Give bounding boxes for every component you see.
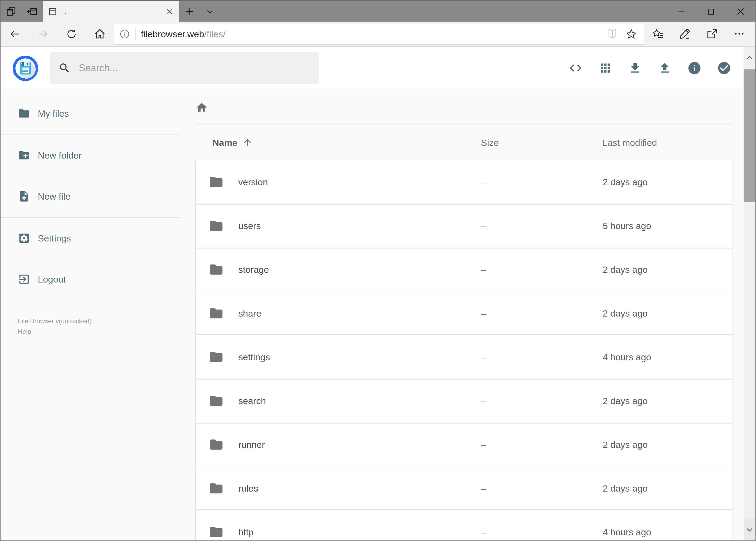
file-size: – (481, 439, 603, 450)
app-version-link[interactable]: File Browser v(untracked) (18, 316, 189, 326)
folder-icon (209, 306, 224, 321)
sidebar-footer: File Browser v(untracked) Help (1, 316, 189, 337)
tab-favicon-icon (48, 6, 58, 17)
refresh-icon (66, 28, 77, 40)
folder-icon (209, 218, 224, 234)
file-row[interactable]: search – 2 days ago (195, 379, 733, 422)
minimize-button[interactable] (666, 1, 696, 22)
search-input[interactable] (79, 62, 311, 74)
sidebar-item-logout[interactable]: Logout (1, 266, 189, 293)
file-row[interactable]: http – 4 hours ago (195, 511, 733, 541)
listing-rows: version – 2 days ago users – 5 hours ago… (195, 161, 733, 541)
file-row[interactable]: storage – 2 days ago (195, 248, 733, 291)
column-header-modified[interactable]: Last modified (603, 138, 733, 148)
scroll-up-icon (745, 54, 754, 62)
address-bar[interactable]: filebrowser.web/files/ (114, 24, 645, 45)
scroll-up-button[interactable] (744, 47, 755, 69)
file-name: share (238, 308, 261, 319)
set-aside-tabs-button[interactable] (22, 1, 43, 22)
folder-icon (18, 107, 30, 120)
sidebar-item-new-folder[interactable]: New folder (1, 142, 189, 169)
tab-strip: . (1, 0, 755, 22)
search-icon (58, 62, 71, 74)
search-box[interactable] (50, 52, 319, 84)
browser-window: . (0, 0, 756, 541)
tab-title: . (63, 7, 160, 16)
reading-view-button[interactable] (603, 28, 622, 40)
favorite-star-button[interactable] (622, 28, 641, 40)
file-row[interactable]: settings – 4 hours ago (195, 336, 733, 378)
file-name: rules (238, 483, 258, 494)
share-button[interactable] (699, 28, 726, 40)
scrollbar[interactable] (744, 47, 755, 541)
file-modified: 2 days ago (603, 177, 732, 188)
maximize-button[interactable] (696, 1, 726, 22)
forward-button[interactable] (29, 22, 57, 46)
sidebar-item-my-files[interactable]: My files (1, 100, 189, 127)
file-name: runner (238, 439, 265, 450)
file-name: version (238, 177, 268, 188)
site-info-icon[interactable] (119, 29, 131, 39)
file-listing: Name Size Last modified version – 2 days… (195, 89, 733, 541)
hub-icon (652, 28, 664, 40)
more-options-button[interactable] (726, 28, 753, 40)
folder-icon (209, 175, 224, 190)
refresh-button[interactable] (57, 22, 86, 46)
folder-icon (209, 349, 224, 365)
page: My files New folder New file (1, 89, 745, 541)
file-modified: 2 days ago (603, 396, 732, 406)
grid-view-icon (599, 61, 612, 75)
forward-icon (37, 28, 49, 40)
download-button[interactable] (628, 61, 642, 75)
sidebar-item-new-file[interactable]: New file (1, 183, 189, 210)
app-header (1, 47, 745, 89)
folder-icon (209, 393, 224, 408)
file-name: storage (238, 265, 269, 275)
scroll-down-icon (745, 526, 754, 534)
file-row[interactable]: runner – 2 days ago (195, 423, 733, 466)
scroll-down-button[interactable] (744, 518, 755, 541)
hub-button[interactable] (645, 28, 672, 40)
tab-preview-button[interactable] (1, 1, 22, 22)
code-icon (569, 61, 583, 75)
breadcrumb-home-icon[interactable] (195, 101, 208, 114)
sidebar-item-label: Logout (38, 274, 66, 285)
sidebar-item-settings[interactable]: Settings (1, 225, 189, 252)
code-view-button[interactable] (569, 61, 583, 75)
sidebar-item-label: New file (38, 191, 71, 202)
address-separator (135, 28, 135, 40)
browser-tab[interactable]: . (43, 1, 179, 22)
url-path: /files/ (204, 29, 225, 39)
listing-header: Name Size Last modified (195, 125, 733, 161)
column-header-name[interactable]: Name (195, 138, 481, 148)
file-row[interactable]: users – 5 hours ago (195, 205, 733, 247)
file-size: – (481, 527, 603, 537)
file-size: – (481, 265, 603, 275)
grid-view-button[interactable] (599, 61, 613, 75)
file-row[interactable]: rules – 2 days ago (195, 467, 733, 510)
file-modified: 2 days ago (603, 308, 732, 319)
close-window-button[interactable] (726, 1, 755, 22)
info-button[interactable] (687, 61, 701, 75)
file-modified: 4 hours ago (603, 352, 732, 362)
file-modified: 2 days ago (603, 483, 732, 494)
home-button[interactable] (86, 22, 114, 46)
upload-button[interactable] (658, 61, 672, 75)
file-row[interactable]: share – 2 days ago (195, 292, 733, 335)
app-logo[interactable] (12, 55, 39, 82)
folder-icon (209, 481, 224, 496)
new-tab-button[interactable] (179, 1, 200, 22)
select-multiple-button[interactable] (717, 61, 731, 75)
sidebar-item-label: Settings (38, 233, 71, 244)
scrollbar-thumb[interactable] (744, 69, 755, 202)
back-button[interactable] (1, 22, 29, 46)
column-header-size[interactable]: Size (481, 138, 603, 148)
tab-list-button[interactable] (200, 1, 219, 22)
file-name: http (238, 527, 254, 537)
stacked-tabs-icon (6, 6, 16, 17)
tab-close-button[interactable] (165, 7, 174, 16)
web-notes-button[interactable] (672, 28, 699, 40)
browser-actions (645, 28, 753, 40)
file-row[interactable]: version – 2 days ago (195, 161, 733, 204)
help-link[interactable]: Help (18, 326, 189, 337)
